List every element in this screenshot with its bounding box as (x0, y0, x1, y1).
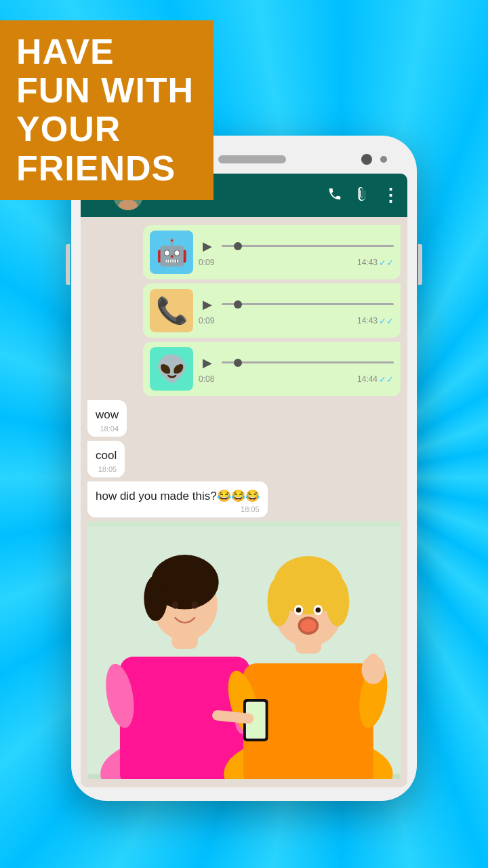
svg-point-24 (326, 577, 350, 627)
progress-dot-2 (234, 300, 242, 309)
phone-body: ← Sanskriti (71, 136, 417, 801)
camera-dot (361, 154, 372, 165)
phone-icon[interactable] (327, 186, 342, 205)
attach-icon[interactable] (354, 186, 369, 205)
progress-dot-3 (234, 359, 242, 367)
time-1: 14:43 ✓✓ (357, 258, 394, 268)
voice-meta-1: 0:09 14:43 ✓✓ (199, 258, 394, 268)
msg-time-row-2: 18:05 (96, 465, 117, 473)
chat-screen: ← Sanskriti (81, 174, 407, 787)
double-check-1: ✓✓ (379, 258, 394, 268)
phone-notch (218, 155, 286, 163)
phone-dots-right (361, 154, 387, 165)
sticker-alien: 👽 (150, 347, 193, 391)
side-button-left (66, 244, 70, 285)
msg-time-row-1: 18:04 (96, 425, 119, 433)
text-message-1: wow 18:04 (87, 400, 127, 437)
voice-content-1: ▶ 0:09 14:43 ✓✓ (199, 237, 394, 268)
voice-content-2: ▶ 0:09 14:43 ✓✓ (199, 296, 394, 326)
svg-point-23 (268, 577, 291, 627)
svg-rect-19 (368, 654, 378, 672)
msg-time-3: 18:05 (241, 505, 260, 513)
msg-text-cool: cool (96, 448, 117, 464)
play-button-1[interactable]: ▶ (199, 237, 216, 255)
svg-point-26 (300, 619, 316, 632)
voice-message-2: 📞 ▶ 0:09 14:43 ✓✓ (143, 283, 401, 338)
voice-controls-1: ▶ (199, 237, 394, 255)
phone-mockup: ← Sanskriti (71, 136, 417, 801)
msg-time-row-3: 18:05 (96, 505, 260, 513)
double-check-2: ✓✓ (379, 316, 394, 326)
voice-content-3: ▶ 0:08 14:44 ✓✓ (199, 354, 394, 384)
duration-3: 0:08 (199, 374, 214, 384)
msg-text-how: how did you made this?😂😂😂 (96, 488, 260, 505)
play-button-3[interactable]: ▶ (199, 354, 216, 372)
voice-controls-3: ▶ (199, 354, 394, 372)
more-icon[interactable]: ⋮ (382, 185, 399, 206)
voice-controls-2: ▶ (199, 296, 394, 313)
double-check-3: ✓✓ (379, 374, 394, 384)
progress-bar-1 (222, 245, 394, 247)
text-message-3: how did you made this?😂😂😂 18:05 (87, 481, 268, 518)
svg-point-13 (191, 601, 198, 610)
voice-message-1: 🤖 ▶ 0:09 14:43 ✓✓ (143, 225, 401, 279)
play-button-2[interactable]: ▶ (199, 296, 216, 313)
voice-meta-2: 0:09 14:43 ✓✓ (199, 316, 394, 326)
sticker-robot: 🤖 (150, 231, 193, 274)
promo-banner: HAVE FUN WITH YOUR FRIENDS (0, 20, 214, 200)
progress-dot-1 (234, 242, 242, 250)
chat-action-icons: ⋮ (327, 185, 399, 206)
duration-2: 0:09 (199, 316, 214, 326)
chat-body: 🤖 ▶ 0:09 14:43 ✓✓ (81, 217, 407, 787)
progress-bar-2 (222, 303, 394, 305)
voice-message-3: 👽 ▶ 0:08 14:44 ✓✓ (143, 342, 401, 396)
progress-bar-3 (222, 361, 394, 363)
voice-meta-3: 0:08 14:44 ✓✓ (199, 374, 394, 384)
text-message-2: cool 18:05 (87, 441, 125, 477)
msg-text-wow: wow (96, 407, 119, 423)
sticker-phone: 📞 (150, 289, 193, 332)
msg-time-2: 18:05 (98, 465, 117, 473)
svg-point-30 (315, 608, 321, 613)
svg-point-11 (144, 576, 167, 621)
sensor-dot (380, 156, 387, 163)
duration-1: 0:09 (199, 258, 214, 267)
headline-text: HAVE FUN WITH YOUR FRIENDS (16, 33, 197, 188)
time-3: 14:44 ✓✓ (357, 374, 394, 384)
svg-point-29 (296, 608, 302, 613)
friends-illustration (87, 521, 401, 779)
msg-time-1: 18:04 (100, 425, 119, 433)
svg-point-12 (172, 601, 179, 610)
side-button-right (418, 244, 422, 285)
friends-photo (87, 521, 401, 779)
time-2: 14:43 ✓✓ (357, 316, 394, 326)
svg-line-34 (218, 715, 249, 719)
